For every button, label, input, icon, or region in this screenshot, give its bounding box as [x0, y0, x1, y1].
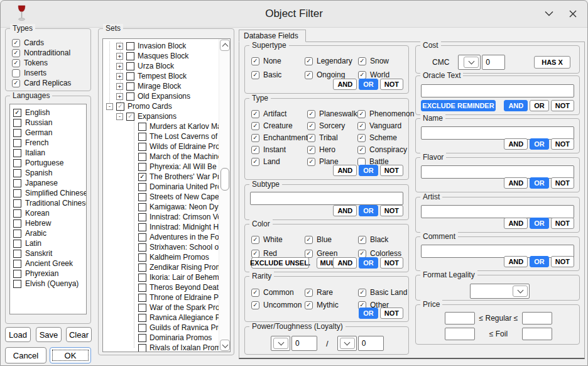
has-x-button[interactable]: HAS X [534, 56, 570, 69]
checkbox-box[interactable] [138, 233, 146, 241]
tree-item-kamigawa-neon-dynas[interactable]: Kamigawa: Neon Dynas [103, 202, 230, 212]
not-toggle-button[interactable]: NOT [551, 256, 574, 267]
not-toggle-button[interactable]: NOT [551, 177, 574, 189]
checkbox-box[interactable] [138, 243, 146, 252]
checkbox-white[interactable]: ✓White [251, 235, 305, 245]
and-toggle-button[interactable]: AND [504, 256, 528, 267]
tree-item-theros-beyond-death-p[interactable]: Theros Beyond Death P [103, 282, 230, 292]
checkbox-tokens[interactable]: ✓Tokens [12, 58, 90, 68]
checkbox-box[interactable]: ✓ [116, 103, 124, 111]
tree-item-strixhaven-school-of-m[interactable]: Strixhaven: School of M [103, 242, 230, 252]
checkbox-spanish[interactable]: Spanish [13, 168, 86, 178]
checkbox-planeswalker[interactable]: ✓Planeswalker [307, 109, 357, 119]
oracle-text-input[interactable] [421, 84, 574, 97]
checkbox-box[interactable] [126, 72, 134, 80]
not-toggle-button[interactable]: NOT [551, 138, 574, 150]
checkbox-box[interactable] [138, 213, 146, 221]
tree-item-ikoria-lair-of-behemot[interactable]: Ikoria: Lair of Behemot [103, 272, 230, 282]
exclude-unselected-button[interactable]: EXCLUDE UNSEL. [251, 257, 309, 269]
tree-item-innistrad-midnight-hur[interactable]: Innistrad: Midnight Hur [103, 222, 230, 232]
tree-item-urza-block[interactable]: +Urza Block [103, 61, 230, 71]
checkbox-german[interactable]: German [13, 128, 86, 138]
tree-item-kaldheim-promos[interactable]: Kaldheim Promos [103, 252, 230, 262]
checkbox-box[interactable] [138, 314, 146, 322]
and-toggle-button[interactable]: AND [504, 218, 528, 229]
tree-item-murders-at-karlov-mano[interactable]: Murders at Karlov Mano [103, 121, 230, 131]
tree-item-march-of-the-machine-p[interactable]: March of the Machine P [103, 152, 230, 162]
power-input[interactable] [291, 336, 317, 351]
checkbox-hero[interactable]: ✓Hero [307, 145, 357, 155]
price-foil-max-input[interactable] [522, 328, 552, 340]
tree-item-adventures-in-the-forg[interactable]: Adventures in the Forg [103, 232, 230, 242]
checkbox-creature[interactable]: ✓Creature [251, 121, 307, 131]
scroll-up-button[interactable] [220, 40, 230, 51]
checkbox-box[interactable] [126, 42, 134, 50]
checkbox-basic-land[interactable]: ✓Basic Land [358, 287, 408, 297]
checkbox-land[interactable]: ✓Land [251, 157, 307, 167]
checkbox-box[interactable] [138, 203, 146, 211]
checkbox-box[interactable] [138, 133, 146, 141]
exclude-reminder-button[interactable]: EXCLUDE REMINDER [421, 100, 496, 111]
checkbox-box[interactable] [138, 344, 146, 352]
or-toggle-button[interactable]: OR [530, 138, 549, 150]
or-toggle-button[interactable]: OR [359, 257, 378, 269]
or-toggle-button[interactable]: OR [530, 256, 549, 267]
or-toggle-button[interactable]: OR [359, 79, 378, 90]
price-foil-min-input[interactable] [445, 328, 475, 340]
checkbox-box[interactable]: ✓ [126, 113, 134, 121]
tree-item-expansions[interactable]: -✓Expansions [103, 111, 230, 121]
checkbox-english[interactable]: ✓English [13, 108, 86, 118]
checkbox-card-replicas[interactable]: ✓Card Replicas [12, 78, 90, 88]
checkbox-blue[interactable]: ✓Blue [305, 235, 358, 245]
expand-icon[interactable]: + [116, 93, 123, 100]
expand-icon[interactable]: + [116, 73, 123, 80]
checkbox-latin[interactable]: Latin [13, 238, 86, 248]
tree-item-mirage-block[interactable]: +Mirage Block [103, 81, 230, 91]
checkbox-common[interactable]: ✓Common [251, 287, 305, 297]
not-toggle-button[interactable]: NOT [551, 100, 574, 111]
not-toggle-button[interactable]: NOT [380, 79, 403, 90]
checkbox-box[interactable] [138, 284, 146, 292]
checkbox-box[interactable] [138, 223, 146, 231]
checkbox-arabic[interactable]: Arabic [13, 228, 86, 238]
checkbox-snow[interactable]: ✓Snow [358, 56, 408, 66]
checkbox-traditional-chinese[interactable]: Traditional Chinese [13, 198, 86, 208]
checkbox-phyrexian[interactable]: Phyrexian [13, 269, 86, 279]
toughness-input[interactable] [358, 336, 384, 351]
or-toggle-button[interactable]: OR [530, 100, 549, 111]
scrollbar-thumb[interactable] [220, 168, 229, 191]
rollup-button[interactable] [544, 9, 554, 19]
checkbox-none[interactable]: ✓None [251, 56, 305, 66]
tree-item-throne-of-eldraine-pror[interactable]: Throne of Eldraine Pror [103, 292, 230, 302]
and-toggle-button[interactable]: AND [333, 257, 357, 269]
checkbox-uncommon[interactable]: ✓Uncommon [251, 300, 305, 310]
checkbox-box[interactable] [138, 153, 146, 161]
power-select[interactable] [271, 336, 290, 351]
tree-scrollbar[interactable] [219, 39, 230, 352]
collapse-icon[interactable]: - [106, 103, 113, 110]
checkbox-tribal[interactable]: ✓Tribal [307, 133, 357, 143]
checkbox-box[interactable] [138, 324, 146, 332]
checkbox-ancient-greek[interactable]: Ancient Greek [13, 258, 86, 269]
checkbox-box[interactable] [138, 193, 146, 201]
checkbox-box[interactable] [138, 294, 146, 302]
checkbox-box[interactable] [138, 163, 146, 171]
tree-item-invasion-block[interactable]: +Invasion Block [103, 41, 230, 51]
scroll-down-button[interactable] [220, 340, 230, 351]
checkbox-box[interactable] [126, 92, 134, 101]
tree-item-ravnica-allegiance-pro[interactable]: Ravnica Allegiance Pro [103, 313, 230, 323]
checkbox-box[interactable] [138, 274, 146, 282]
checkbox-sanskrit[interactable]: Sanskrit [13, 248, 86, 258]
tree-item-guilds-of-ravnica-prom[interactable]: Guilds of Ravnica Prom [103, 323, 230, 333]
checkbox-box[interactable] [126, 52, 134, 60]
tree-item-tempest-block[interactable]: +Tempest Block [103, 71, 230, 81]
or-toggle-button[interactable]: OR [530, 218, 549, 229]
checkbox-instant[interactable]: ✓Instant [251, 145, 307, 155]
and-toggle-button[interactable]: AND [504, 100, 528, 111]
and-toggle-button[interactable]: AND [333, 165, 357, 176]
tree-item-innistrad-crimson-vow[interactable]: Innistrad: Crimson Vow [103, 212, 230, 222]
tree-item-the-lost-caverns-of-ixa[interactable]: The Lost Caverns of Ixa [103, 131, 230, 141]
tree-item-promo-cards[interactable]: -✓Promo Cards [103, 101, 230, 111]
cancel-button[interactable]: Cancel [5, 347, 46, 363]
toughness-select[interactable] [337, 336, 357, 351]
